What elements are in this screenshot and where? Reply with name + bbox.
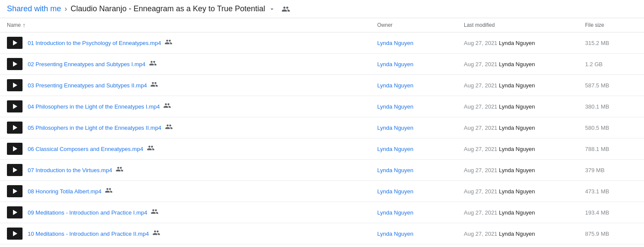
- table-row[interactable]: 09 Meditations - Introduction and Practi…: [0, 202, 644, 223]
- name-column-header[interactable]: Name: [7, 22, 21, 28]
- modifier-name: Lynda Nguyen: [499, 188, 535, 195]
- file-modified: Aug 27, 2021 Lynda Nguyen: [464, 167, 585, 173]
- file-icon: [7, 77, 23, 93]
- file-owner[interactable]: Lynda Nguyen: [377, 61, 464, 67]
- shared-icon: [105, 186, 113, 196]
- last-modified-column-header[interactable]: Last modified: [464, 22, 585, 28]
- file-owner[interactable]: Lynda Nguyen: [377, 209, 464, 216]
- file-size: 473.1 MB: [585, 188, 637, 195]
- file-owner[interactable]: Lynda Nguyen: [377, 103, 464, 110]
- file-icon: [7, 141, 23, 157]
- file-name[interactable]: 08 Honoring Totila Albert.mp4: [28, 188, 101, 195]
- modifier-name: Lynda Nguyen: [499, 167, 535, 173]
- video-thumbnail: [7, 228, 23, 240]
- table-row[interactable]: 08 Honoring Totila Albert.mp4 Lynda Nguy…: [0, 181, 644, 202]
- table-row[interactable]: 03 Presenting Enneatypes and Subtypes II…: [0, 75, 644, 96]
- file-icon: [7, 205, 23, 220]
- video-thumbnail: [7, 58, 23, 70]
- file-modified: Aug 27, 2021 Lynda Nguyen: [464, 209, 585, 216]
- file-modified: Aug 27, 2021 Lynda Nguyen: [464, 40, 585, 46]
- file-name[interactable]: 05 Philosophers in the Light of the Enne…: [28, 125, 162, 131]
- breadcrumb-separator: ›: [65, 4, 67, 13]
- file-modified: Aug 27, 2021 Lynda Nguyen: [464, 103, 585, 110]
- shared-people-button[interactable]: [282, 5, 290, 13]
- file-owner[interactable]: Lynda Nguyen: [377, 40, 464, 46]
- folder-dropdown-button[interactable]: [269, 6, 275, 13]
- table-row[interactable]: 10 Meditations - Introduction and Practi…: [0, 223, 644, 244]
- file-name[interactable]: 01 Introduction to the Psychology of Enn…: [28, 40, 161, 46]
- file-size: 193.4 MB: [585, 209, 637, 216]
- file-name[interactable]: 07 Introduction to the Virtues.mp4: [28, 167, 112, 173]
- file-name-cell: 03 Presenting Enneatypes and Subtypes II…: [28, 80, 377, 90]
- people-icon: [282, 5, 290, 13]
- file-name-cell: 05 Philosophers in the Light of the Enne…: [28, 123, 377, 132]
- file-icon: [7, 99, 23, 114]
- shared-icon: [165, 123, 173, 132]
- file-size: 315.2 MB: [585, 40, 637, 46]
- modifier-name: Lynda Nguyen: [499, 61, 535, 67]
- file-name[interactable]: 04 Philosophers in the Light of the Enne…: [28, 103, 160, 110]
- file-size: 379 MB: [585, 167, 637, 173]
- file-owner[interactable]: Lynda Nguyen: [377, 167, 464, 173]
- file-size: 580.5 MB: [585, 125, 637, 131]
- file-name[interactable]: 09 Meditations - Introduction and Practi…: [28, 209, 147, 216]
- table-row[interactable]: 06 Classical Composers and Enneatypes.mp…: [0, 138, 644, 160]
- table-row[interactable]: 01 Introduction to the Psychology of Enn…: [0, 32, 644, 54]
- shared-icon: [152, 229, 160, 238]
- file-icon: [7, 226, 23, 241]
- shared-icon: [149, 59, 157, 69]
- file-size: 788.1 MB: [585, 146, 637, 152]
- file-owner[interactable]: Lynda Nguyen: [377, 125, 464, 131]
- file-modified: Aug 27, 2021 Lynda Nguyen: [464, 231, 585, 237]
- file-owner[interactable]: Lynda Nguyen: [377, 188, 464, 195]
- video-thumbnail: [7, 122, 23, 134]
- shared-icon: [147, 144, 155, 154]
- file-icon: [7, 162, 23, 178]
- table-row[interactable]: 02 Presenting Enneatypes and Subtypes I.…: [0, 54, 644, 75]
- file-name[interactable]: 06 Classical Composers and Enneatypes.mp…: [28, 146, 143, 152]
- file-name-cell: 04 Philosophers in the Light of the Enne…: [28, 102, 377, 111]
- modifier-name: Lynda Nguyen: [499, 146, 535, 152]
- file-owner[interactable]: Lynda Nguyen: [377, 146, 464, 152]
- file-modified: Aug 27, 2021 Lynda Nguyen: [464, 125, 585, 131]
- file-name-cell: 02 Presenting Enneatypes and Subtypes I.…: [28, 59, 377, 69]
- table-row[interactable]: 07 Introduction to the Virtues.mp4 Lynda…: [0, 160, 644, 181]
- modifier-name: Lynda Nguyen: [499, 103, 535, 110]
- video-thumbnail: [7, 100, 23, 112]
- shared-icon: [116, 165, 123, 175]
- file-icon: [7, 56, 23, 72]
- table-row[interactable]: 04 Philosophers in the Light of the Enne…: [0, 96, 644, 117]
- file-owner[interactable]: Lynda Nguyen: [377, 231, 464, 237]
- file-icon: [7, 183, 23, 199]
- video-thumbnail: [7, 206, 23, 218]
- owner-column-header[interactable]: Owner: [377, 22, 464, 28]
- video-thumbnail: [7, 79, 23, 91]
- video-thumbnail: [7, 37, 23, 49]
- modifier-name: Lynda Nguyen: [499, 231, 535, 237]
- file-name-cell: 08 Honoring Totila Albert.mp4: [28, 186, 377, 196]
- breadcrumb: Shared with me › Claudio Naranjo - Ennea…: [0, 0, 644, 18]
- file-icon: [7, 120, 23, 135]
- sort-arrow-icon: ↑: [23, 22, 26, 29]
- file-icon: [7, 35, 23, 51]
- file-size: 587.5 MB: [585, 82, 637, 89]
- table-row[interactable]: 05 Philosophers in the Light of the Enne…: [0, 117, 644, 138]
- shared-icon: [150, 80, 158, 90]
- modifier-name: Lynda Nguyen: [499, 125, 535, 131]
- file-modified: Aug 27, 2021 Lynda Nguyen: [464, 61, 585, 67]
- file-size: 380.1 MB: [585, 103, 637, 110]
- file-owner[interactable]: Lynda Nguyen: [377, 82, 464, 89]
- file-modified: Aug 27, 2021 Lynda Nguyen: [464, 146, 585, 152]
- file-name[interactable]: 02 Presenting Enneatypes and Subtypes I.…: [28, 61, 146, 67]
- file-name[interactable]: 10 Meditations - Introduction and Practi…: [28, 231, 149, 237]
- file-modified: Aug 27, 2021 Lynda Nguyen: [464, 82, 585, 89]
- modifier-name: Lynda Nguyen: [499, 82, 535, 89]
- shared-icon: [163, 102, 171, 111]
- shared-with-me-link[interactable]: Shared with me: [7, 4, 61, 13]
- video-thumbnail: [7, 143, 23, 155]
- file-size-column-header[interactable]: File size: [585, 22, 637, 28]
- chevron-down-icon: [269, 6, 275, 13]
- file-name[interactable]: 03 Presenting Enneatypes and Subtypes II…: [28, 82, 147, 89]
- folder-name: Claudio Naranjo - Enneagram as a Key to …: [71, 4, 265, 13]
- file-name-cell: 07 Introduction to the Virtues.mp4: [28, 165, 377, 175]
